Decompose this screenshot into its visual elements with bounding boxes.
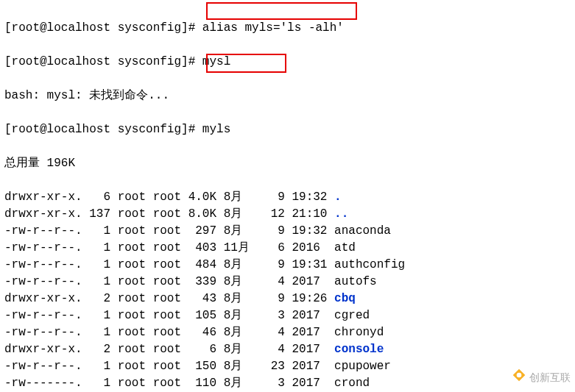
shell-prompt: [root@localhost sysconfig]# xyxy=(4,55,195,68)
file-name: autofs xyxy=(334,275,377,288)
file-name: . xyxy=(334,190,342,204)
file-name: .. xyxy=(334,207,348,221)
list-item: -rw-------. 1 root root 110 8月 3 2017 cr… xyxy=(4,375,571,392)
list-item: -rw-r--r--. 1 root root 150 8月 23 2017 c… xyxy=(4,358,571,375)
file-name: cbq xyxy=(334,292,356,305)
file-name: authconfig xyxy=(334,258,405,271)
bash-error: bash: mysl: 未找到命令... xyxy=(4,88,571,104)
file-name: atd xyxy=(334,241,356,254)
svg-point-0 xyxy=(517,373,522,378)
list-item: drwxr-xr-x. 2 root root 6 8月 4 2017 cons… xyxy=(4,341,571,358)
file-name: chronyd xyxy=(334,326,384,339)
watermark-logo-icon xyxy=(512,368,526,388)
alias-command: alias myls='ls -alh' xyxy=(202,21,344,35)
list-item: -rw-r--r--. 1 root root 46 8月 4 2017 chr… xyxy=(4,324,571,341)
list-item: drwxr-xr-x. 6 root root 4.0K 8月 9 19:32 … xyxy=(4,189,571,206)
file-name: console xyxy=(334,343,384,356)
file-name: cpupower xyxy=(334,360,391,373)
list-item: -rw-r--r--. 1 root root 339 8月 4 2017 au… xyxy=(4,274,571,291)
list-item: drwxr-xr-x. 137 root root 8.0K 8月 12 21:… xyxy=(4,206,571,223)
watermark: 创新互联 xyxy=(512,368,571,388)
shell-prompt: [root@localhost sysconfig]# xyxy=(4,21,195,35)
list-item: -rw-r--r--. 1 root root 297 8月 9 19:32 a… xyxy=(4,223,571,240)
command-line: [root@localhost sysconfig]# myls xyxy=(4,121,571,138)
total-line: 总用量 196K xyxy=(4,155,571,172)
file-listing: drwxr-xr-x. 6 root root 4.0K 8月 9 19:32 … xyxy=(4,189,571,392)
list-item: -rw-r--r--. 1 root root 105 8月 3 2017 cg… xyxy=(4,307,571,324)
terminal-output[interactable]: [root@localhost sysconfig]# alias myls='… xyxy=(0,0,575,392)
file-name: anaconda xyxy=(334,224,391,238)
typo-command: mysl xyxy=(202,55,230,68)
command-line: [root@localhost sysconfig]# mysl xyxy=(4,54,571,71)
watermark-text: 创新互联 xyxy=(529,369,571,386)
myls-command: myls xyxy=(202,123,230,136)
file-name: cgred xyxy=(334,309,370,322)
list-item: drwxr-xr-x. 2 root root 43 8月 9 19:26 cb… xyxy=(4,291,571,307)
command-line: [root@localhost sysconfig]# alias myls='… xyxy=(4,20,571,37)
shell-prompt: [root@localhost sysconfig]# xyxy=(4,123,195,136)
list-item: -rw-r--r--. 1 root root 484 8月 9 19:31 a… xyxy=(4,257,571,274)
file-name: crond xyxy=(334,377,370,390)
list-item: -rw-r--r--. 1 root root 403 11月 6 2016 a… xyxy=(4,240,571,257)
